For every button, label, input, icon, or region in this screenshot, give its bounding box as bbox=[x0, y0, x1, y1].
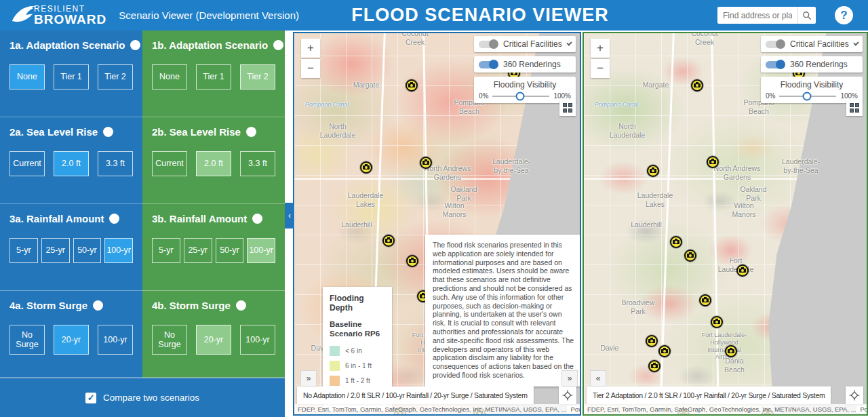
sidebar-collapse-button[interactable]: ‹ bbox=[285, 203, 294, 229]
expand-disclaimer-button[interactable]: » bbox=[561, 370, 578, 386]
option-button[interactable]: 50-yr bbox=[216, 238, 244, 263]
rainfall-b-options: 5-yr25-yr50-yr100-yr bbox=[152, 238, 275, 263]
option-button[interactable]: 5-yr bbox=[9, 238, 38, 263]
renderings-label: 360 Renderings bbox=[790, 60, 858, 69]
info-icon[interactable] bbox=[103, 127, 113, 137]
renderings-card: 360 Renderings bbox=[474, 56, 576, 73]
360-rendering-marker[interactable] bbox=[707, 156, 719, 168]
camera-icon bbox=[687, 254, 694, 258]
compare-checkbox[interactable] bbox=[85, 393, 96, 403]
scenario-b-column: 1b. Adaptation Scenario NoneTier 1Tier 2… bbox=[142, 31, 285, 378]
option-button[interactable]: 25-yr bbox=[41, 238, 70, 263]
option-button[interactable]: Current bbox=[9, 151, 45, 176]
renderings-toggle[interactable] bbox=[479, 61, 498, 68]
360-rendering-marker[interactable] bbox=[658, 345, 671, 357]
basemap-grid-button[interactable] bbox=[846, 100, 863, 116]
360-rendering-marker[interactable] bbox=[711, 316, 723, 328]
slider-knob[interactable] bbox=[802, 92, 811, 100]
option-button[interactable]: 25-yr bbox=[184, 238, 212, 263]
locate-button[interactable] bbox=[846, 386, 863, 404]
360-rendering-marker[interactable] bbox=[725, 345, 737, 357]
collapse-panel-button[interactable]: « bbox=[590, 370, 606, 386]
flooding-visibility-slider[interactable] bbox=[492, 96, 549, 97]
option-button[interactable]: 100-yr bbox=[240, 325, 275, 355]
storm-surge-a-options: No Surge20-yr100-yr bbox=[9, 325, 133, 355]
option-button[interactable]: 2.0 ft bbox=[54, 151, 89, 176]
360-rendering-marker[interactable] bbox=[648, 360, 660, 372]
option-button[interactable]: 100-yr bbox=[247, 238, 275, 263]
360-rendering-marker[interactable] bbox=[691, 79, 703, 92]
option-button[interactable]: 20-yr bbox=[54, 325, 89, 355]
legend-item-label: 1 ft - 2 ft bbox=[345, 377, 370, 384]
map-panel-a[interactable]: Coconut CreekMargatePompano CanalPompano… bbox=[293, 32, 581, 416]
360-rendering-marker[interactable] bbox=[699, 294, 711, 306]
attribution-sources: FDEP, Esri, TomTom, Garmin, SafeGraph, G… bbox=[298, 405, 567, 413]
option-button[interactable]: 3.3 ft bbox=[240, 151, 275, 176]
zoom-in-button[interactable]: + bbox=[591, 39, 610, 58]
flooding-visibility-label: Flooding Visibility bbox=[479, 80, 571, 90]
info-icon[interactable] bbox=[93, 300, 103, 311]
help-button[interactable]: ? bbox=[835, 6, 853, 24]
map-attribution: FDEP, Esri, TomTom, Garmin, SafeGraph, G… bbox=[294, 404, 580, 414]
option-button[interactable]: Tier 1 bbox=[196, 64, 231, 90]
slider-knob[interactable] bbox=[515, 92, 524, 100]
option-button[interactable]: 100-yr bbox=[98, 325, 133, 355]
option-button[interactable]: No Surge bbox=[152, 325, 187, 355]
expand-legend-button[interactable]: » bbox=[300, 370, 317, 386]
option-button[interactable]: 5-yr bbox=[152, 238, 180, 263]
option-button[interactable]: Tier 2 bbox=[98, 64, 133, 90]
option-button[interactable]: 100-yr bbox=[104, 238, 133, 263]
360-rendering-marker[interactable] bbox=[670, 236, 682, 248]
chevron-down-icon[interactable] bbox=[853, 40, 859, 46]
chevron-down-icon[interactable] bbox=[566, 40, 572, 46]
camera-icon bbox=[661, 349, 668, 353]
zoom-out-button[interactable]: − bbox=[301, 59, 320, 78]
info-icon[interactable] bbox=[130, 40, 140, 50]
360-rendering-marker[interactable] bbox=[406, 79, 418, 92]
camera-icon bbox=[739, 269, 746, 273]
360-rendering-marker[interactable] bbox=[684, 250, 696, 262]
option-button[interactable]: No Surge bbox=[9, 325, 45, 355]
info-icon[interactable] bbox=[236, 300, 246, 311]
info-icon[interactable] bbox=[246, 127, 256, 137]
locate-icon bbox=[849, 390, 860, 401]
360-rendering-marker[interactable] bbox=[420, 157, 432, 169]
search-button[interactable] bbox=[797, 7, 816, 24]
locate-button[interactable] bbox=[559, 386, 576, 404]
option-button[interactable]: None bbox=[9, 64, 45, 90]
renderings-toggle[interactable] bbox=[766, 61, 785, 68]
option-button[interactable]: 20-yr bbox=[196, 325, 231, 355]
grid-icon bbox=[850, 103, 859, 113]
info-icon[interactable] bbox=[273, 40, 283, 50]
search-input[interactable] bbox=[717, 7, 797, 24]
360-rendering-marker[interactable] bbox=[736, 264, 749, 277]
option-button[interactable]: 3.3 ft bbox=[98, 151, 133, 176]
option-button[interactable]: Current bbox=[152, 151, 187, 176]
zoom-out-button[interactable]: − bbox=[591, 59, 610, 78]
critical-facilities-label: Critical Facilities bbox=[503, 39, 562, 49]
option-button[interactable]: Tier 2 bbox=[240, 64, 275, 90]
info-icon[interactable] bbox=[109, 214, 119, 224]
360-rendering-marker[interactable] bbox=[647, 165, 659, 177]
360-rendering-marker[interactable] bbox=[646, 335, 658, 347]
flooding-visibility-slider[interactable] bbox=[779, 96, 836, 97]
360-rendering-marker[interactable] bbox=[382, 235, 395, 247]
zoom-in-button[interactable]: + bbox=[301, 39, 320, 58]
basemap-grid-button[interactable] bbox=[559, 100, 576, 116]
map-panel-b[interactable]: Coconut CreekMargatePompano CanalPompano… bbox=[583, 32, 868, 416]
critical-facilities-card: Critical Facilities bbox=[474, 36, 576, 52]
slider-min-label: 0% bbox=[766, 92, 775, 100]
legend-item: 6 in - 1 ft bbox=[330, 361, 385, 371]
critical-facilities-toggle[interactable] bbox=[479, 41, 498, 48]
option-button[interactable]: None bbox=[152, 64, 187, 90]
360-rendering-marker[interactable] bbox=[360, 161, 372, 174]
resilient-broward-logo[interactable]: RESILIENT BROWARD bbox=[8, 3, 106, 28]
option-button[interactable]: 50-yr bbox=[73, 238, 102, 263]
camera-icon bbox=[409, 259, 416, 263]
option-button[interactable]: Tier 1 bbox=[54, 64, 89, 90]
info-icon[interactable] bbox=[252, 214, 262, 224]
adaptation-a-options: NoneTier 1Tier 2 bbox=[9, 64, 133, 90]
critical-facilities-toggle[interactable] bbox=[766, 41, 785, 48]
360-rendering-marker[interactable] bbox=[406, 255, 418, 267]
option-button[interactable]: 2.0 ft bbox=[196, 151, 231, 176]
